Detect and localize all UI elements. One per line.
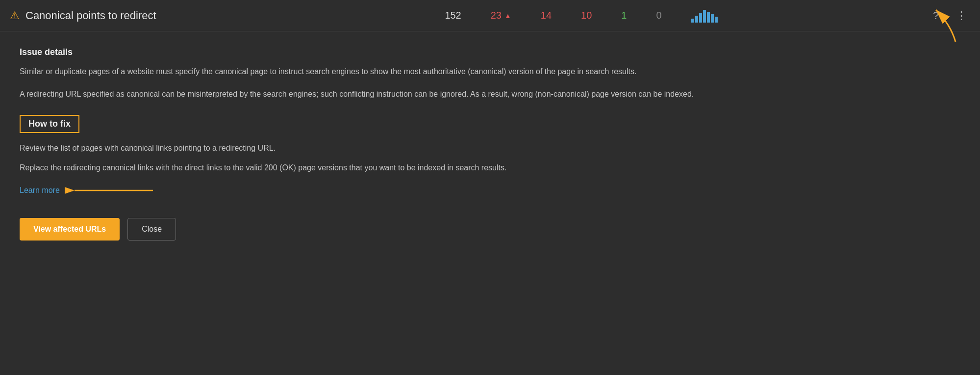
main-content: Issue details Similar or duplicate pages… xyxy=(0,31,784,260)
header-row: ⚠ Canonical points to redirect 152 23 ▲ … xyxy=(0,0,980,31)
stat-total: 152 xyxy=(445,10,461,21)
help-icon: ? xyxy=(933,9,939,22)
stat-warnings: 14 xyxy=(541,10,552,21)
chart-bar-3 xyxy=(699,13,702,23)
chart-icon xyxy=(691,9,718,23)
description-2: A redirecting URL specified as canonical… xyxy=(20,88,755,101)
chart-bar-4 xyxy=(703,10,706,23)
fix-text-1: Review the list of pages with canonical … xyxy=(20,142,755,155)
button-row: View affected URLs Close xyxy=(20,218,765,241)
stat-notices: 10 xyxy=(581,10,592,21)
arrow-up-icon: ▲ xyxy=(504,12,511,20)
learn-more-link[interactable]: Learn more xyxy=(20,186,60,195)
error-count: 23 xyxy=(491,10,502,21)
header-title-group: ⚠ Canonical points to redirect xyxy=(10,9,235,22)
learn-more-arrow xyxy=(65,181,163,200)
more-icon: ⋮ xyxy=(956,9,967,22)
chart-bar-6 xyxy=(711,14,714,23)
fix-text-2: Replace the redirecting canonical links … xyxy=(20,161,755,174)
stat-errors-inner: 23 ▲ xyxy=(491,10,511,21)
header-actions: ? ⋮ xyxy=(927,7,970,25)
description-1: Similar or duplicate pages of a website … xyxy=(20,65,755,78)
warning-icon: ⚠ xyxy=(10,9,20,22)
how-to-fix-box: How to fix xyxy=(20,115,79,133)
chart-bar-1 xyxy=(691,19,694,23)
page-title: Canonical points to redirect xyxy=(25,9,156,22)
view-affected-button[interactable]: View affected URLs xyxy=(20,218,120,241)
chart-bar-7 xyxy=(715,17,718,23)
issue-details-title: Issue details xyxy=(20,47,765,57)
header-stats: 152 23 ▲ 14 10 1 0 xyxy=(235,9,927,23)
close-button[interactable]: Close xyxy=(127,218,176,241)
more-button[interactable]: ⋮ xyxy=(953,7,970,25)
stat-errors: 23 ▲ xyxy=(491,10,511,21)
chart-bar-2 xyxy=(695,16,698,23)
learn-more-row: Learn more xyxy=(20,181,765,200)
how-to-fix-label: How to fix xyxy=(28,119,71,129)
stat-ok: 1 xyxy=(621,10,627,21)
stat-na: 0 xyxy=(656,10,661,21)
chart-bar-5 xyxy=(707,12,710,23)
help-button[interactable]: ? xyxy=(927,7,945,25)
